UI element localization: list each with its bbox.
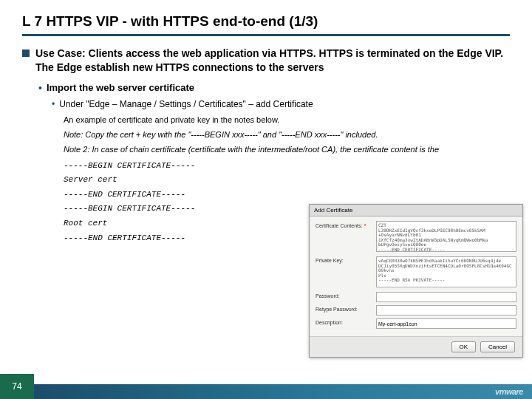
bullet-dot-icon: • <box>38 82 42 95</box>
page-number: 74 <box>0 374 34 399</box>
cert-line: Server cert <box>64 174 510 187</box>
note-chain: Note 2: In case of chain certificate (ce… <box>64 145 510 154</box>
note-copy: Note: Copy the cert + key with the "----… <box>64 130 510 139</box>
ok-button[interactable]: OK <box>451 341 477 352</box>
label-retype-password: Retype Password: <box>316 305 376 312</box>
cert-line: -----END CERTIFICATE----- <box>64 188 510 202</box>
vmware-logo: vmware <box>495 387 523 396</box>
private-key-textarea[interactable] <box>376 256 516 287</box>
label-private-key: Private Key: <box>316 256 376 263</box>
footer: 74 vmware <box>0 374 532 399</box>
bullet-dot-icon: • <box>52 99 55 109</box>
sub1-text: Import the web server certificate <box>47 82 194 95</box>
sub2-text: Under "Edge – Manage / Settings / Certif… <box>59 99 313 109</box>
note-example: An example of certificate and private ke… <box>64 115 510 124</box>
dialog-title: Add Certificate <box>310 205 522 216</box>
cert-line: -----BEGIN CERTIFICATE----- <box>64 160 510 173</box>
required-star-icon: * <box>364 222 366 229</box>
label-cert-contents: Certificate Contents:* <box>316 221 376 229</box>
usecase-text: Use Case: Clients access the web applica… <box>35 47 510 75</box>
description-input[interactable] <box>376 318 516 329</box>
label-password: Password: <box>316 292 376 299</box>
cancel-button[interactable]: Cancel <box>480 341 515 352</box>
retype-password-input[interactable] <box>376 305 516 316</box>
bullet-square-icon <box>22 50 30 57</box>
cert-contents-textarea[interactable] <box>376 221 516 252</box>
password-input[interactable] <box>376 292 516 302</box>
label-description: Description: <box>316 318 376 325</box>
slide-title: L 7 HTTPS VIP - with HTTPS end-to-end (1… <box>22 13 510 36</box>
add-certificate-dialog: Add Certificate Certificate Contents:* P… <box>309 204 523 358</box>
